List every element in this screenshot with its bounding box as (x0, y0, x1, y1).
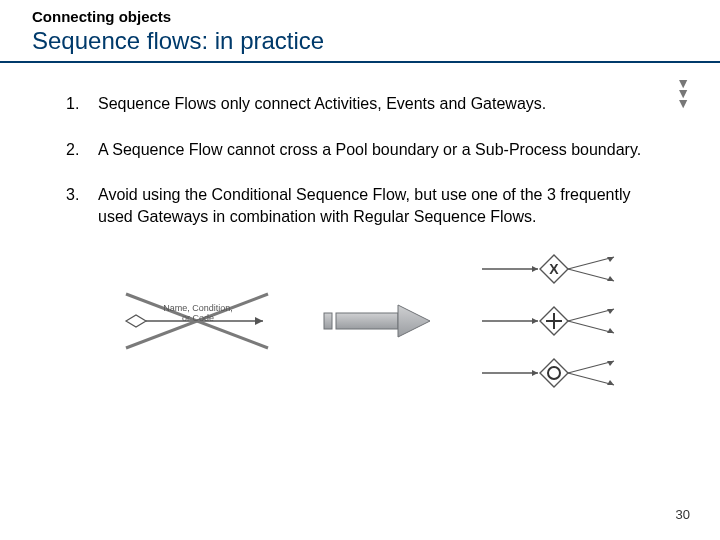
svg-marker-17 (532, 318, 538, 324)
list-item: A Sequence Flow cannot cross a Pool boun… (58, 139, 660, 161)
parallel-gateway-figure (478, 303, 648, 339)
svg-rect-5 (324, 313, 332, 329)
svg-marker-32 (607, 380, 614, 385)
transform-arrow-icon (318, 299, 438, 343)
exclusive-gateway-figure: X (478, 251, 648, 287)
slide-eyebrow: Connecting objects (32, 8, 720, 25)
svg-line-12 (568, 257, 614, 269)
page-number: 30 (676, 507, 690, 522)
svg-marker-15 (607, 276, 614, 281)
svg-marker-30 (607, 361, 614, 366)
svg-marker-9 (532, 266, 538, 272)
svg-line-29 (568, 361, 614, 373)
svg-rect-6 (336, 313, 398, 329)
slide-title: Sequence flows: in practice (32, 27, 720, 55)
svg-marker-27 (540, 359, 568, 387)
conditional-label-line1: Name, Condition, (163, 303, 233, 313)
decorative-triangles: ▼▼▼ (676, 78, 692, 108)
svg-line-21 (568, 309, 614, 321)
svg-line-14 (568, 269, 614, 281)
inclusive-gateway-figure (478, 355, 648, 391)
svg-marker-7 (398, 305, 430, 337)
svg-marker-26 (532, 370, 538, 376)
gateway-figures: X (478, 251, 648, 391)
list-item: Avoid using the Conditional Sequence Flo… (58, 184, 660, 227)
conditional-label-line2: or Code (182, 313, 214, 323)
svg-line-31 (568, 373, 614, 385)
svg-marker-13 (607, 257, 614, 262)
rules-list: Sequence Flows only connect Activities, … (58, 93, 660, 227)
svg-line-23 (568, 321, 614, 333)
svg-marker-22 (607, 309, 614, 314)
svg-marker-24 (607, 328, 614, 333)
svg-text:X: X (549, 261, 559, 277)
conditional-flow-figure: Name, Condition, or Code (118, 286, 278, 356)
list-item: Sequence Flows only connect Activities, … (58, 93, 660, 115)
